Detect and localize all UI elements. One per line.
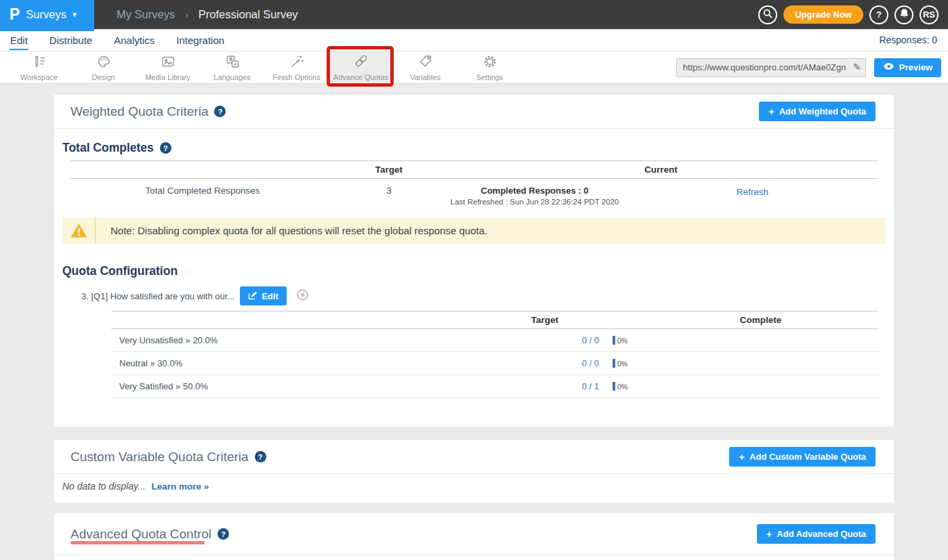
- learn-more-link[interactable]: Learn more »: [152, 481, 209, 492]
- toolbar-right-group: ✎ Preview: [676, 58, 948, 77]
- col-target: Target: [335, 165, 443, 175]
- help-button[interactable]: ?: [869, 5, 888, 24]
- advanced-quota-title: Advanced Quota Control: [70, 527, 211, 542]
- target-value: 3: [335, 186, 443, 196]
- survey-url-input[interactable]: [676, 58, 866, 77]
- breadcrumb: My Surveys › Professional Survey: [117, 8, 298, 21]
- add-advanced-quota-button[interactable]: + Add Advanced Quota: [757, 524, 875, 544]
- plus-icon: +: [768, 106, 775, 117]
- col-current: Current: [443, 165, 879, 175]
- quota-row-very-satisfied: Very Satisfied » 50.0% 0 / 1 0%: [111, 375, 879, 398]
- question-label: 3. [Q1] How satisfied are you with our..…: [81, 291, 234, 301]
- search-button[interactable]: [758, 5, 777, 24]
- total-completes-help-icon[interactable]: ?: [160, 142, 171, 154]
- quota-target-value: 0 / 1: [491, 381, 599, 391]
- progress-bar-indicator: [613, 359, 615, 368]
- tab-analytics[interactable]: Analytics: [113, 30, 155, 50]
- answer-option-label: Very Unsatisfied » 20.0%: [111, 335, 491, 345]
- tab-integration[interactable]: Integration: [176, 30, 225, 50]
- top-header: P Surveys ▼ My Surveys › Professional Su…: [0, 0, 948, 29]
- warning-triangle-icon: [62, 223, 95, 238]
- upgrade-now-button[interactable]: Upgrade Now: [783, 5, 863, 24]
- settings-gear-icon: [482, 53, 498, 72]
- logo-accent-underline: [0, 29, 94, 31]
- breadcrumb-my-surveys[interactable]: My Surveys: [117, 8, 175, 21]
- custom-variable-quota-card: Custom Variable Quota Criteria ? + Add C…: [54, 440, 894, 502]
- quota-table-header-row: Target Complete: [111, 311, 879, 329]
- bell-icon: [899, 8, 909, 21]
- last-refreshed-timestamp: Last Refreshed : Sun Jun 28 22:36:24 PDT…: [443, 198, 626, 206]
- notifications-button[interactable]: [894, 5, 913, 24]
- tab-distribute[interactable]: Distribute: [49, 30, 93, 50]
- weighted-quota-title: Weighted Quota Criteria: [70, 104, 208, 119]
- avatar[interactable]: RS: [920, 5, 939, 24]
- tab-edit[interactable]: Edit: [9, 30, 28, 50]
- media-library-icon: [160, 53, 176, 72]
- refresh-link[interactable]: Refresh: [737, 187, 768, 197]
- svg-text:A: A: [233, 61, 236, 67]
- toolbar-item-design[interactable]: Design: [71, 51, 136, 83]
- breadcrumb-separator: ›: [185, 9, 188, 20]
- toolbar-item-workspace[interactable]: Workspace: [7, 51, 71, 83]
- eye-icon: [883, 62, 894, 72]
- surveys-product-menu[interactable]: P Surveys ▼: [0, 0, 94, 29]
- percent-complete: 0%: [617, 337, 627, 345]
- no-data-row: No data to display... Learn more »: [54, 474, 894, 492]
- toolbar-item-settings[interactable]: Settings: [457, 51, 522, 83]
- total-completes-row: Total Completed Responses 3 Completed Re…: [70, 179, 879, 213]
- weighted-quota-card: Weighted Quota Criteria ? + Add Weighted…: [54, 95, 894, 427]
- main-nav-tabs: Edit Distribute Analytics Integration Re…: [0, 29, 948, 51]
- responses-count: Responses: 0: [879, 35, 948, 45]
- col-complete: Complete: [642, 315, 879, 325]
- edit-question-button[interactable]: Edit: [240, 286, 287, 305]
- col-target: Target: [491, 315, 599, 325]
- custom-variable-quota-header: Custom Variable Quota Criteria ? + Add C…: [54, 440, 894, 474]
- add-custom-variable-quota-button[interactable]: + Add Custom Variable Quota: [729, 447, 875, 467]
- remove-question-button[interactable]: [297, 289, 308, 303]
- advanced-quota-card: Advanced Quota Control ? + Add Advanced …: [54, 513, 894, 560]
- note-text: Note: Disabling complex quota for all qu…: [96, 225, 487, 236]
- toolbar-item-media-library[interactable]: Media Library: [136, 51, 200, 83]
- weighted-quota-header: Weighted Quota Criteria ? + Add Weighted…: [54, 95, 894, 129]
- total-completes-header-row: Target Current: [70, 160, 879, 179]
- edit-url-pencil-icon[interactable]: ✎: [853, 62, 861, 72]
- circle-x-icon: [297, 289, 308, 303]
- chevron-down-icon: ▼: [71, 11, 78, 18]
- quota-target-value: 0 / 0: [491, 335, 599, 345]
- variables-icon: [417, 53, 434, 72]
- survey-url-wrap: ✎: [676, 58, 866, 77]
- percent-complete: 0%: [617, 383, 627, 391]
- custom-variable-quota-title: Custom Variable Quota Criteria: [70, 450, 249, 465]
- total-completes-table: Target Current Total Completed Responses…: [70, 160, 879, 213]
- search-icon: [763, 9, 772, 20]
- quota-row-neutral: Neutral » 30.0% 0 / 0 0%: [111, 352, 879, 375]
- percent-complete: 0%: [617, 360, 627, 368]
- answer-option-label: Neutral » 30.0%: [111, 358, 491, 368]
- answer-option-label: Very Satisfied » 50.0%: [111, 381, 491, 391]
- toolbar-item-variables[interactable]: Variables: [393, 51, 457, 83]
- add-weighted-quota-button[interactable]: + Add Weighted Quota: [759, 102, 875, 121]
- quota-note-banner: Note: Disabling complex quota for all qu…: [62, 217, 886, 244]
- quota-configuration-table: Target Complete Very Unsatisfied » 20.0%…: [111, 311, 879, 398]
- no-data-text: No data to display...: [62, 481, 146, 492]
- survey-toolbar: Workspace Design Media Library A Languag…: [0, 51, 948, 84]
- total-completes-title: Total Completes ?: [62, 141, 894, 155]
- toolbar-item-advance-quotas[interactable]: Advance Quotas: [329, 51, 393, 83]
- progress-bar-indicator: [613, 382, 615, 391]
- edit-icon: [248, 290, 257, 302]
- toolbar-item-languages[interactable]: A Languages: [200, 51, 264, 83]
- quota-configuration-title: Quota Configuration: [62, 264, 894, 278]
- advanced-quota-help-icon[interactable]: ?: [218, 528, 229, 540]
- advance-quotas-icon: [353, 53, 369, 72]
- custom-variable-help-icon[interactable]: ?: [255, 451, 266, 462]
- progress-bar-indicator: [613, 336, 615, 345]
- preview-button[interactable]: Preview: [874, 58, 941, 77]
- design-icon: [96, 53, 112, 72]
- quota-target-value: 0 / 0: [491, 358, 599, 368]
- advanced-quota-header: Advanced Quota Control ? + Add Advanced …: [54, 513, 894, 555]
- weighted-quota-help-icon[interactable]: ?: [214, 106, 226, 117]
- plus-icon: +: [739, 451, 745, 462]
- toolbar-item-finish-options[interactable]: Finish Options: [264, 51, 329, 83]
- completed-responses-value: Completed Responses : 0: [443, 186, 626, 196]
- finish-options-icon: [289, 53, 305, 72]
